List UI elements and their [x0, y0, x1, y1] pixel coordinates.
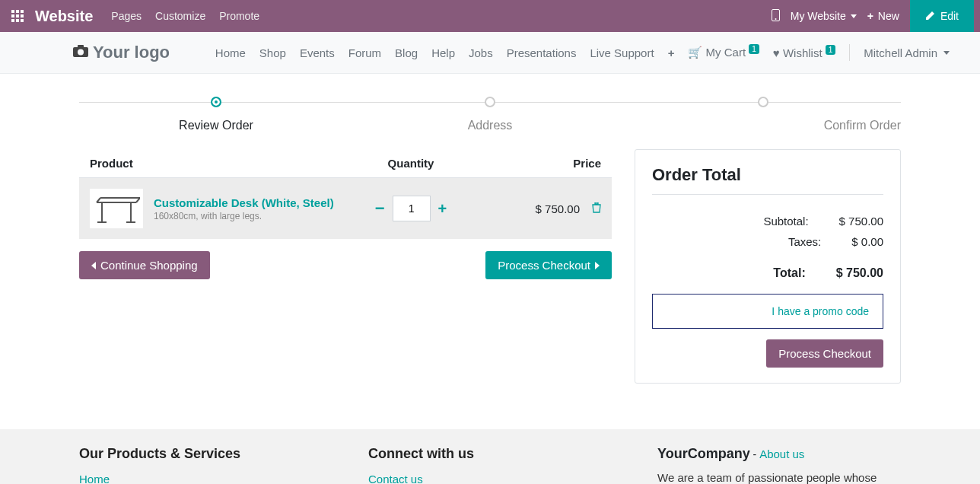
- svg-rect-8: [21, 19, 24, 22]
- chevron-left-icon: [91, 262, 96, 269]
- top-menu: Pages Customize Promote: [111, 10, 259, 22]
- cart-label: My Cart: [706, 46, 746, 59]
- total-value: $ 750.00: [836, 266, 883, 280]
- logo-text: Your logo: [93, 43, 170, 62]
- divider: [652, 194, 883, 195]
- order-total-title: Order Total: [652, 165, 883, 185]
- caret-down-icon: [851, 14, 857, 18]
- nav-forum[interactable]: Forum: [348, 46, 381, 59]
- svg-rect-3: [11, 14, 14, 18]
- nav-blog[interactable]: Blog: [395, 46, 418, 59]
- wishlist-label: Wishlist: [783, 46, 822, 59]
- footer-about-link[interactable]: About us: [759, 447, 804, 460]
- promo-code-link[interactable]: I have a promo code: [772, 305, 869, 317]
- footer-col-connect: Connect with us Contact us Twitter wall …: [368, 446, 612, 484]
- website-switcher-label: My Website: [791, 10, 846, 22]
- step-label: Address: [353, 119, 627, 132]
- product-description: 160x80cm, with large legs.: [154, 211, 342, 221]
- nav-menu: Home Shop Events Forum Blog Help Jobs Pr…: [215, 44, 950, 61]
- total-label: Total:: [652, 266, 806, 280]
- cart-badge: 1: [749, 44, 759, 54]
- site-logo[interactable]: Your logo: [73, 43, 170, 62]
- nav-presentations[interactable]: Presentations: [507, 46, 577, 59]
- col-quantity: Quantity: [342, 157, 479, 170]
- app-title[interactable]: Website: [35, 8, 93, 25]
- chevron-right-icon: [595, 262, 600, 269]
- svg-rect-12: [78, 45, 84, 48]
- taxes-label: Taxes:: [652, 235, 821, 248]
- footer-title: Our Products & Services: [79, 446, 323, 462]
- step-indicator-icon: [211, 97, 221, 107]
- top-menu-pages[interactable]: Pages: [111, 10, 142, 22]
- wizard-step-confirm[interactable]: Confirm Order: [627, 97, 901, 132]
- new-button[interactable]: + New: [867, 10, 899, 22]
- nav-live-support[interactable]: Live Support: [590, 46, 654, 59]
- cart-header-row: Product Quantity Price: [79, 149, 612, 178]
- add-menu-item-icon[interactable]: +: [668, 46, 675, 59]
- svg-rect-6: [11, 19, 14, 22]
- user-menu[interactable]: Mitchell Admin: [864, 46, 950, 59]
- website-switcher[interactable]: My Website: [791, 10, 857, 22]
- footer-sep: -: [750, 448, 759, 460]
- decrement-button[interactable]: −: [375, 199, 385, 218]
- wishlist-badge: 1: [826, 45, 836, 55]
- nav-divider: [849, 44, 850, 61]
- heart-icon: ♥: [773, 46, 780, 59]
- wizard-step-review[interactable]: Review Order: [79, 97, 353, 132]
- cart-icon: 🛒: [688, 46, 702, 59]
- product-name[interactable]: Customizable Desk (White, Steel): [154, 196, 342, 209]
- process-checkout-side-button[interactable]: Process Checkout: [766, 339, 883, 368]
- site-navbar: Your logo Home Shop Events Forum Blog He…: [0, 32, 980, 74]
- pencil-icon: [925, 10, 936, 23]
- process-checkout-button[interactable]: Process Checkout: [485, 251, 612, 279]
- footer-col-about: YourCompany - About us We are a team of …: [657, 446, 901, 484]
- subtotal-label: Subtotal:: [652, 215, 809, 228]
- new-label: New: [878, 10, 899, 22]
- footer-title: Connect with us: [368, 446, 612, 462]
- svg-rect-7: [16, 19, 19, 22]
- line-price: $ 750.00: [536, 202, 580, 215]
- product-image: [90, 189, 143, 228]
- top-menu-promote[interactable]: Promote: [219, 10, 259, 22]
- col-product: Product: [90, 157, 342, 170]
- footer-col-products: Our Products & Services Home: [79, 446, 323, 484]
- mobile-preview-icon[interactable]: [772, 9, 780, 24]
- caret-down-icon: [943, 51, 950, 55]
- step-indicator-icon: [485, 97, 495, 107]
- cart-link[interactable]: 🛒 My Cart 1: [688, 46, 759, 59]
- svg-rect-1: [16, 10, 19, 13]
- footer-link-home[interactable]: Home: [79, 473, 323, 484]
- continue-label: Continue Shopping: [100, 259, 198, 272]
- apps-icon[interactable]: [6, 5, 29, 27]
- quantity-controls: − +: [342, 196, 479, 221]
- order-total-box: Order Total Subtotal: $ 750.00 Taxes: $ …: [635, 149, 901, 384]
- top-menu-customize[interactable]: Customize: [155, 10, 205, 22]
- footer-link-contact[interactable]: Contact us: [368, 473, 612, 484]
- svg-rect-4: [16, 14, 19, 18]
- wishlist-link[interactable]: ♥ Wishlist 1: [773, 46, 835, 59]
- footer: Our Products & Services Home Connect wit…: [0, 429, 980, 484]
- subtotal-value: $ 750.00: [839, 215, 883, 228]
- nav-shop[interactable]: Shop: [259, 46, 286, 59]
- step-indicator-icon: [758, 97, 768, 107]
- svg-rect-0: [11, 10, 14, 13]
- edit-button[interactable]: Edit: [910, 0, 974, 32]
- wizard-step-address[interactable]: Address: [353, 97, 627, 132]
- nav-events[interactable]: Events: [300, 46, 335, 59]
- svg-rect-5: [21, 14, 24, 18]
- process-label: Process Checkout: [498, 259, 590, 272]
- nav-jobs[interactable]: Jobs: [469, 46, 493, 59]
- plus-icon: +: [867, 10, 873, 22]
- continue-shopping-button[interactable]: Continue Shopping: [79, 251, 210, 279]
- nav-home[interactable]: Home: [215, 46, 246, 59]
- trash-icon[interactable]: [592, 202, 601, 215]
- svg-rect-2: [21, 10, 24, 13]
- footer-company: YourCompany: [657, 446, 750, 461]
- nav-help[interactable]: Help: [431, 46, 455, 59]
- quantity-input[interactable]: [393, 196, 431, 221]
- cart-table: Product Quantity Price: [79, 149, 612, 279]
- increment-button[interactable]: +: [438, 200, 447, 218]
- process-side-label: Process Checkout: [778, 347, 871, 360]
- top-bar: Website Pages Customize Promote My Websi…: [0, 0, 980, 32]
- cart-row: Customizable Desk (White, Steel) 160x80c…: [79, 178, 612, 239]
